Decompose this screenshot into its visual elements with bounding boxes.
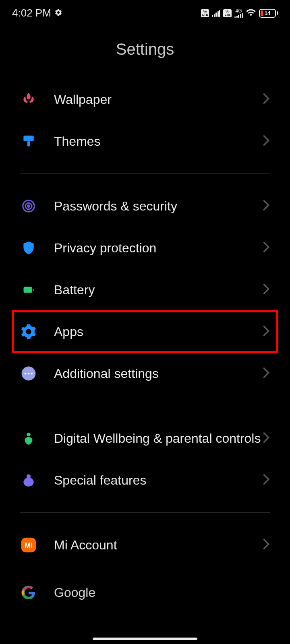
item-special-features[interactable]: Special features: [0, 459, 290, 501]
svg-point-11: [27, 433, 31, 437]
status-left: 4:02 PM: [12, 7, 62, 19]
volte-icon: VoLTE: [223, 9, 232, 17]
item-label: Additional settings: [54, 366, 263, 381]
chevron-right-icon: [263, 242, 270, 254]
battery-percent: 14: [260, 10, 275, 16]
divider: [20, 512, 270, 513]
svg-rect-13: [27, 475, 31, 479]
item-themes[interactable]: Themes: [0, 120, 290, 162]
settings-group: Passwords & security Privacy protection …: [0, 185, 290, 394]
chevron-right-icon: [263, 93, 270, 106]
chevron-right-icon: [263, 283, 270, 296]
svg-point-8: [25, 373, 27, 375]
settings-group: MI Mi Account Google: [0, 524, 290, 608]
settings-group: Wallpaper Themes: [0, 78, 290, 162]
item-label: Apps: [54, 324, 263, 339]
google-logo-icon: [20, 584, 37, 601]
volte-icon: VoLTE: [201, 9, 209, 17]
svg-point-10: [31, 373, 33, 375]
svg-rect-6: [33, 289, 34, 291]
chevron-right-icon: [263, 474, 270, 487]
gear-icon: [54, 7, 62, 19]
battery-icon: [20, 281, 37, 298]
svg-rect-1: [27, 141, 30, 147]
svg-point-4: [28, 205, 30, 207]
wifi-icon: [246, 7, 256, 19]
chevron-right-icon: [263, 539, 270, 551]
mi-logo-icon: MI: [20, 537, 37, 553]
flask-icon: [20, 472, 37, 489]
chevron-right-icon: [263, 367, 270, 380]
chevron-right-icon: [263, 325, 270, 338]
chevron-right-icon: [263, 135, 270, 148]
divider: [20, 406, 270, 406]
page-title: Settings: [0, 40, 290, 58]
item-additional-settings[interactable]: Additional settings: [0, 353, 290, 394]
svg-text:MI: MI: [25, 541, 33, 549]
item-label: Wallpaper: [54, 92, 263, 107]
network-label: 4G: [235, 9, 242, 13]
item-mi-account[interactable]: MI Mi Account: [0, 524, 290, 566]
status-right: VoLTE VoLTE 4G 14: [201, 7, 278, 19]
dots-icon: [20, 365, 37, 382]
svg-rect-5: [24, 287, 32, 293]
svg-point-9: [28, 373, 30, 375]
settings-group: Digital Wellbeing & parental controls Sp…: [0, 417, 290, 501]
item-label: Google: [54, 585, 270, 600]
flower-icon: [20, 91, 37, 108]
signal-bars-icon: [234, 13, 243, 18]
item-label: Mi Account: [54, 537, 263, 553]
status-bar: 4:02 PM VoLTE VoLTE 4G 14: [0, 0, 290, 24]
item-wallpaper[interactable]: Wallpaper: [0, 78, 290, 120]
item-privacy-protection[interactable]: Privacy protection: [0, 227, 290, 269]
chevron-right-icon: [263, 200, 270, 213]
shield-icon: [20, 239, 37, 256]
item-label: Passwords & security: [54, 198, 263, 214]
item-google[interactable]: Google: [0, 566, 290, 608]
status-time: 4:02 PM: [12, 7, 51, 19]
page-header: Settings: [0, 24, 290, 78]
brush-icon: [20, 133, 37, 150]
item-label: Battery: [54, 282, 263, 297]
item-label: Privacy protection: [54, 240, 263, 256]
gear-icon: [20, 323, 37, 340]
item-label: Themes: [54, 134, 263, 149]
item-label: Digital Wellbeing & parental controls: [54, 431, 263, 446]
svg-rect-0: [23, 136, 33, 141]
battery-icon: 14: [259, 9, 278, 18]
item-digital-wellbeing[interactable]: Digital Wellbeing & parental controls: [0, 417, 290, 459]
signal-bars-icon: [212, 10, 220, 17]
person-heart-icon: [20, 430, 37, 447]
item-apps[interactable]: Apps: [12, 311, 278, 353]
item-passwords-security[interactable]: Passwords & security: [0, 185, 290, 227]
chevron-right-icon: [263, 432, 270, 445]
home-indicator[interactable]: [93, 638, 197, 640]
fingerprint-icon: [20, 198, 37, 215]
divider: [20, 173, 270, 174]
svg-point-12: [23, 478, 33, 487]
item-battery[interactable]: Battery: [0, 269, 290, 311]
item-label: Special features: [54, 473, 263, 488]
